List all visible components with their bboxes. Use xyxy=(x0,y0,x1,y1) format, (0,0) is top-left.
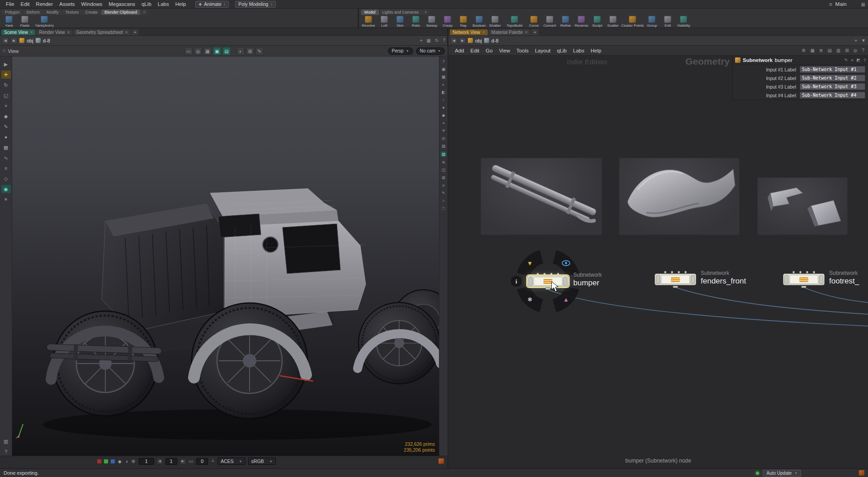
gear-icon[interactable]: ⚙ xyxy=(131,459,136,464)
projection-dropdown[interactable]: Persp▼ xyxy=(388,47,413,55)
shelf-tool-curve[interactable]: Curve xyxy=(527,16,541,28)
node-output[interactable] xyxy=(801,286,807,288)
pen-icon[interactable]: ✎ xyxy=(442,191,445,195)
pane-tab-scene-view[interactable]: Scene View× xyxy=(1,29,35,35)
help-icon[interactable]: ? xyxy=(443,38,445,43)
menu-assets[interactable]: Assets xyxy=(56,1,78,7)
back-button[interactable]: ◀ xyxy=(451,38,457,44)
pane-tab-geometry-spreadsheet[interactable]: Geometry Spreadsheet× xyxy=(73,29,130,35)
prims-display-icon[interactable]: ◆ xyxy=(442,113,445,118)
node-left-flags[interactable] xyxy=(528,277,533,286)
node-left-flags[interactable] xyxy=(784,275,788,284)
display-lut-select[interactable]: sRGB▼ xyxy=(248,458,276,465)
net-menu-go[interactable]: Go xyxy=(483,48,495,53)
grid-icon[interactable]: ▦ xyxy=(427,38,431,43)
pose-tool-icon[interactable]: ◆ xyxy=(1,112,11,120)
anchor-icon[interactable]: ┴ xyxy=(211,459,215,464)
guides-icon[interactable]: ⊞ xyxy=(442,175,445,180)
desktop-toolset-dropdown[interactable]: Poly Modeling ↕ xyxy=(235,1,275,8)
net-menu-view[interactable]: View xyxy=(496,48,513,53)
curve-tool-icon[interactable]: ∿ xyxy=(1,154,11,162)
node-name-label[interactable]: fenders_front xyxy=(701,276,746,286)
update-mode-dropdown[interactable]: Auto Update▼ xyxy=(763,470,801,477)
shelf-tab-modify[interactable]: Modify xyxy=(43,9,62,15)
shade-mode-icon[interactable]: ◐ xyxy=(236,47,245,55)
shelf-tool-ray[interactable]: Ray xyxy=(456,16,471,28)
next-frame-button[interactable]: ▶ xyxy=(180,458,186,464)
key-count-field[interactable]: 0 xyxy=(196,458,208,465)
scale-tool-icon[interactable]: ◱ xyxy=(1,91,11,99)
square-display-icon[interactable]: □ xyxy=(442,206,444,211)
find-icon[interactable]: ◎ xyxy=(854,48,858,53)
wireframe-icon[interactable]: ⊞ xyxy=(246,47,254,55)
add-pane-tab-button[interactable]: + xyxy=(132,29,139,35)
view-tool-icon[interactable]: ◉ xyxy=(1,185,11,193)
close-icon[interactable]: × xyxy=(525,30,528,35)
close-icon[interactable]: × xyxy=(30,30,33,35)
shelf-tab-texture[interactable]: Texture xyxy=(62,9,82,15)
snap-grid-icon[interactable]: ▦ xyxy=(203,47,212,55)
shelf-tool-convert[interactable]: Convert xyxy=(542,16,557,28)
shelf-tool-topobuild[interactable]: TopoBuild xyxy=(504,16,525,28)
add-pane-tab-button[interactable]: + xyxy=(531,29,538,35)
fog-icon[interactable]: ≋ xyxy=(442,160,445,165)
net-menu-layout[interactable]: Layout xyxy=(532,48,553,53)
handles-display-icon[interactable]: ⌖ xyxy=(442,121,444,125)
net-menu-tools[interactable]: Tools xyxy=(514,48,531,53)
node-name-label[interactable]: bumper xyxy=(573,278,602,288)
light-tool-icon[interactable]: ☀ xyxy=(1,195,11,203)
net-menu-labs[interactable]: Labs xyxy=(571,48,587,53)
shelf-tool-cluster-points[interactable]: Cluster Points xyxy=(622,16,643,28)
close-icon[interactable]: × xyxy=(482,30,485,35)
shelf-tool-refine[interactable]: Refine xyxy=(558,16,573,28)
chevron-down-icon[interactable]: ▼ xyxy=(861,38,866,43)
edit-icon[interactable]: ✎ xyxy=(844,58,848,62)
pane-tab-render-view[interactable]: Render View× xyxy=(36,29,72,35)
net-menu-edit[interactable]: Edit xyxy=(467,48,482,53)
param-value-field[interactable]: Sub-Network Input #2 xyxy=(800,75,865,81)
shelf-tool-scatter[interactable]: Scatter xyxy=(606,16,620,28)
current-frame-field[interactable]: 1 xyxy=(165,458,177,465)
shelf-tab-polygon[interactable]: Polygon xyxy=(2,9,23,15)
key-icon[interactable]: ▭ xyxy=(189,459,193,464)
topo-tool-icon[interactable]: ▦ xyxy=(1,143,11,151)
handles-tool-icon[interactable]: ⌖ xyxy=(1,102,11,110)
param-value-field[interactable]: Sub-Network Input #3 xyxy=(800,83,865,90)
marquee-select-icon[interactable]: ▭ xyxy=(184,47,193,55)
desktop-selector[interactable]: Main xyxy=(835,1,847,7)
shelf-tool-loft[interactable]: Loft xyxy=(377,16,392,28)
node-output[interactable] xyxy=(545,288,551,290)
pane-split-horizontal-icon[interactable]: ▤ xyxy=(827,48,831,53)
select-tool-icon[interactable]: ▶ xyxy=(1,60,11,68)
flipbook-icon[interactable]: ▥ xyxy=(1,437,11,445)
frame-start-field[interactable]: 1 xyxy=(139,458,154,465)
menu-windows[interactable]: Windows xyxy=(78,1,106,7)
help-icon[interactable]: ? xyxy=(863,58,866,62)
points-display-icon[interactable]: ● xyxy=(442,105,444,110)
paint-tool-icon[interactable]: ✎ xyxy=(1,123,11,131)
shelf-tab-model[interactable]: Model xyxy=(361,9,379,15)
shelf-tool-paste[interactable]: Paste xyxy=(18,16,32,28)
snapshot-icon[interactable]: ▣ xyxy=(442,67,446,71)
gamma-icon[interactable]: ◑ xyxy=(125,459,128,464)
normals-icon[interactable]: ↑ xyxy=(443,98,445,102)
menu-render[interactable]: Render xyxy=(33,1,56,7)
help-icon[interactable]: ? xyxy=(862,48,864,53)
menu-icon[interactable]: ≡ xyxy=(851,58,853,62)
node-name-label[interactable]: footrest_ xyxy=(829,276,859,286)
move-tool-icon[interactable]: ✛ xyxy=(1,71,11,79)
zoom-extents-icon[interactable]: ⊞ xyxy=(845,48,849,53)
shelf-tab-blender-clipboard[interactable]: Blender Clipboard xyxy=(101,9,140,15)
menu-qlib[interactable]: qLib xyxy=(138,1,155,7)
wire-shaded-icon[interactable]: ◧ xyxy=(442,90,446,94)
forward-button[interactable]: ▶ xyxy=(11,38,17,44)
animate-mode-dropdown[interactable]: ◆ Animate ↕ xyxy=(195,1,229,8)
param-value-field[interactable]: Sub-Network Input #4 xyxy=(800,92,865,99)
shelf-tab-create[interactable]: Create xyxy=(82,9,101,15)
path-context[interactable]: obj xyxy=(27,38,33,43)
forward-button[interactable]: ▶ xyxy=(459,38,466,44)
node-fenders-front[interactable]: Subnetwork fenders_front xyxy=(655,274,696,285)
shade-icon[interactable]: ◐ xyxy=(442,82,444,87)
shelf-tool-yank-anim[interactable]: Yank(Anim) xyxy=(33,16,55,28)
node-body[interactable] xyxy=(527,275,569,287)
